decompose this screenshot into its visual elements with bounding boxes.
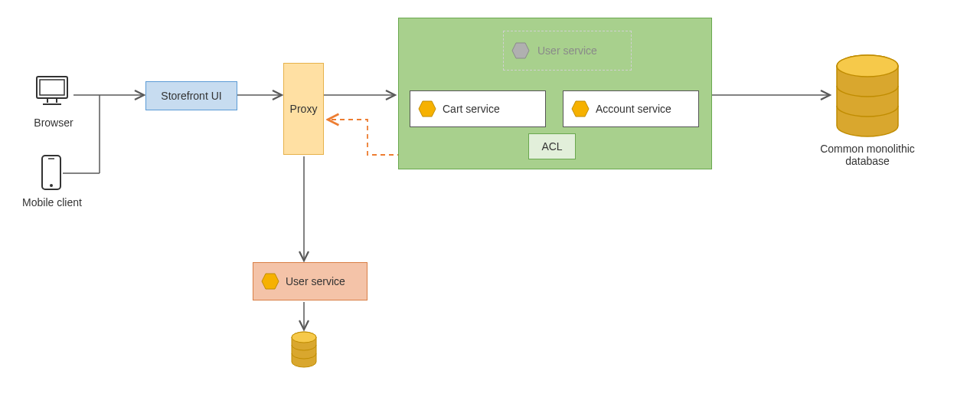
cart-service-label: Cart service [443,103,500,115]
proxy-box: Proxy [283,63,324,155]
svg-marker-1 [419,101,436,117]
hexagon-icon [571,100,590,118]
svg-marker-2 [572,101,589,117]
storefront-box: Storefront UI [145,81,237,110]
user-service-label: User service [286,275,345,287]
browser-label: Browser [23,117,84,129]
monolithic-db-icon [833,54,902,140]
svg-marker-3 [262,274,279,289]
ghost-user-label: User service [537,44,597,57]
ghost-user-group: User service [503,31,632,71]
hexagon-icon [511,41,530,60]
acl-label: ACL [541,140,562,153]
svg-point-7 [50,184,53,187]
user-service-box: User service [253,262,368,300]
account-service-label: Account service [596,103,671,115]
acl-box: ACL [528,133,576,159]
mobile-icon [40,153,63,194]
hexagon-icon [261,272,279,291]
account-service-box: Account service [563,90,699,127]
svg-marker-0 [512,43,529,58]
svg-point-12 [837,55,898,77]
svg-rect-5 [40,80,64,95]
proxy-label: Proxy [290,103,318,115]
mobile-label: Mobile client [14,196,90,208]
hexagon-icon [418,100,436,118]
svg-point-10 [292,332,316,343]
monolithic-db-label: Common monolithic database [802,143,933,167]
storefront-label: Storefront UI [161,90,221,102]
cart-service-box: Cart service [410,90,546,127]
user-db-icon [289,331,318,370]
browser-icon [32,72,72,114]
